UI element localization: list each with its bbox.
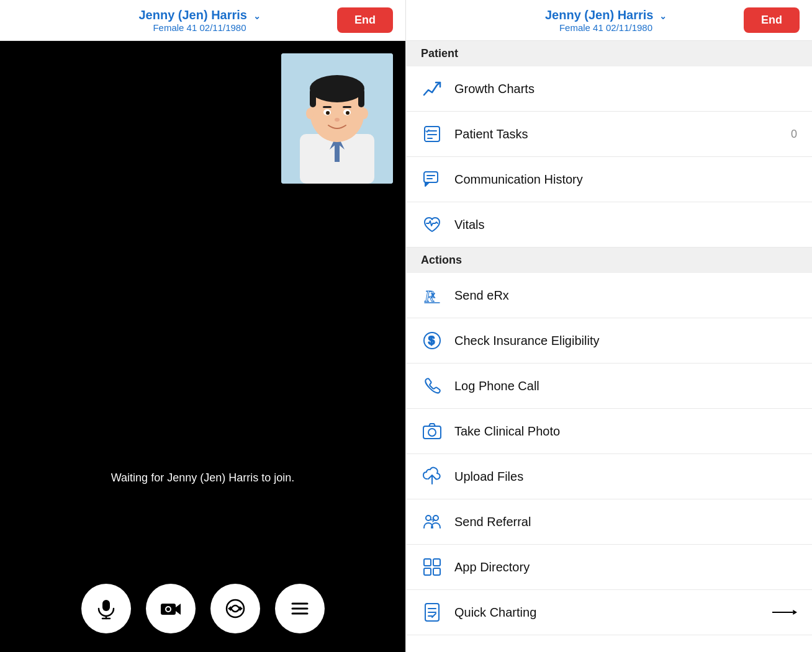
send-referral-label: Send Referral xyxy=(454,515,797,529)
chevron-down-icon: ⌄ xyxy=(659,11,667,21)
app-directory-icon xyxy=(421,556,443,578)
actions-section-header: Actions xyxy=(406,248,812,273)
svg-text:x: x xyxy=(431,290,435,300)
quick-charting-icon xyxy=(421,601,443,623)
upload-files-item[interactable]: Upload Files xyxy=(406,454,812,499)
microphone-button[interactable] xyxy=(81,584,131,633)
svg-rect-52 xyxy=(433,568,440,575)
growth-charts-label: Growth Charts xyxy=(454,82,797,96)
upload-files-label: Upload Files xyxy=(454,470,797,484)
svg-rect-50 xyxy=(433,559,440,566)
send-referral-icon xyxy=(421,511,443,533)
svg-line-57 xyxy=(432,614,436,617)
camera-button[interactable] xyxy=(146,584,196,633)
vitals-label: Vitals xyxy=(454,218,797,232)
right-end-button[interactable]: End xyxy=(744,7,800,33)
svg-point-16 xyxy=(306,108,314,119)
svg-rect-13 xyxy=(323,106,332,108)
svg-marker-22 xyxy=(176,604,181,615)
svg-marker-59 xyxy=(793,610,797,615)
right-patient-details: Female 41 02/11/1980 xyxy=(559,22,652,33)
communication-history-item[interactable]: Communication History xyxy=(406,157,812,202)
left-patient-name[interactable]: Jenny (Jen) Harris ⌄ xyxy=(138,8,260,22)
svg-point-24 xyxy=(166,607,170,611)
svg-point-6 xyxy=(310,75,364,102)
log-phone-call-label: Log Phone Call xyxy=(454,379,797,393)
menu-panel: Patient Growth Charts xyxy=(406,41,812,652)
right-header: Jenny (Jen) Harris ⌄ Female 41 02/11/198… xyxy=(406,0,812,41)
svg-rect-14 xyxy=(343,106,351,108)
svg-rect-35 xyxy=(424,172,438,182)
quick-charting-item[interactable]: Quick Charting xyxy=(406,590,812,635)
app-directory-item[interactable]: App Directory xyxy=(406,545,812,590)
patient-tasks-item[interactable]: Patient Tasks 0 xyxy=(406,112,812,157)
vitals-item[interactable]: Vitals xyxy=(406,202,812,248)
send-referral-item[interactable]: Send Referral xyxy=(406,499,812,545)
right-patient-name[interactable]: Jenny (Jen) Harris ⌄ xyxy=(545,8,667,22)
quick-charting-arrow xyxy=(772,606,797,619)
send-erx-label: Send eRx xyxy=(454,288,797,303)
take-clinical-photo-label: Take Clinical Photo xyxy=(454,424,797,439)
send-erx-item[interactable]: R x Send eRx xyxy=(406,273,812,318)
svg-marker-27 xyxy=(228,606,231,611)
patient-tasks-badge: 0 xyxy=(791,128,797,141)
doctor-photo xyxy=(281,53,393,184)
flip-camera-button[interactable] xyxy=(210,584,260,633)
svg-rect-18 xyxy=(102,600,110,611)
left-end-button[interactable]: End xyxy=(337,7,393,33)
log-phone-call-item[interactable]: Log Phone Call xyxy=(406,364,812,409)
left-header: Jenny (Jen) Harris ⌄ Female 41 02/11/198… xyxy=(0,0,405,41)
svg-text:$: $ xyxy=(428,334,435,347)
left-patient-info: Jenny (Jen) Harris ⌄ Female 41 02/11/198… xyxy=(138,8,260,33)
left-panel: Jenny (Jen) Harris ⌄ Female 41 02/11/198… xyxy=(0,0,406,652)
communication-history-icon xyxy=(421,168,443,190)
upload-files-icon xyxy=(421,465,443,488)
patient-tasks-label: Patient Tasks xyxy=(454,127,791,141)
log-phone-call-icon xyxy=(421,375,443,397)
patient-tasks-icon xyxy=(421,123,443,145)
growth-charts-icon xyxy=(421,78,443,100)
app-directory-label: App Directory xyxy=(454,560,797,574)
right-patient-info: Jenny (Jen) Harris ⌄ Female 41 02/11/198… xyxy=(545,8,667,33)
svg-rect-51 xyxy=(424,568,431,575)
check-insurance-label: Check Insurance Eligibility xyxy=(454,334,797,348)
communication-history-label: Communication History xyxy=(454,172,797,187)
svg-point-44 xyxy=(428,429,436,436)
take-clinical-photo-icon xyxy=(421,420,443,442)
svg-rect-7 xyxy=(310,89,316,107)
svg-rect-8 xyxy=(358,89,364,107)
svg-rect-49 xyxy=(424,559,431,566)
svg-point-17 xyxy=(361,108,368,119)
left-patient-details: Female 41 02/11/1980 xyxy=(153,22,246,33)
send-erx-icon: R x xyxy=(421,284,443,306)
growth-charts-item[interactable]: Growth Charts xyxy=(406,66,812,112)
chevron-down-icon: ⌄ xyxy=(253,11,261,21)
svg-rect-3 xyxy=(335,143,340,162)
video-area: Waiting for Jenny (Jen) Harris to join. xyxy=(0,41,405,571)
svg-point-11 xyxy=(326,111,330,115)
quick-charting-label: Quick Charting xyxy=(454,605,765,620)
svg-marker-26 xyxy=(240,606,243,611)
waiting-text: Waiting for Jenny (Jen) Harris to join. xyxy=(111,471,294,485)
right-panel: Jenny (Jen) Harris ⌄ Female 41 02/11/198… xyxy=(406,0,812,652)
take-clinical-photo-item[interactable]: Take Clinical Photo xyxy=(406,409,812,454)
svg-point-12 xyxy=(346,111,350,115)
check-insurance-icon: $ xyxy=(421,329,443,352)
controls-bar xyxy=(0,571,405,652)
svg-point-15 xyxy=(335,118,340,122)
patient-section-header: Patient xyxy=(406,41,812,66)
check-insurance-item[interactable]: $ Check Insurance Eligibility xyxy=(406,318,812,364)
menu-button[interactable] xyxy=(275,584,325,633)
vitals-icon xyxy=(421,213,443,236)
